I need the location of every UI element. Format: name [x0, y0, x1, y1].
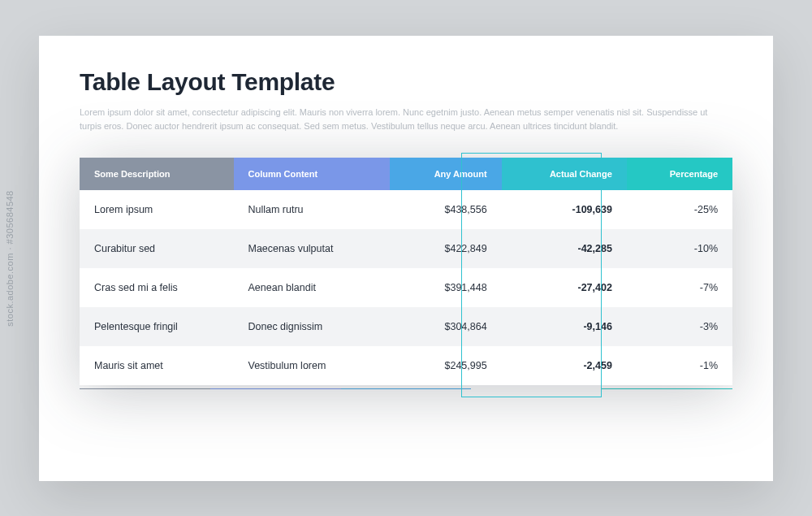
cell-content: Donec dignissim [234, 307, 390, 346]
col-header-amount: Any Amount [390, 158, 502, 190]
underline-description [80, 388, 210, 390]
cell-percentage: -7% [627, 268, 732, 307]
underline-amount [341, 388, 472, 390]
cell-amount: $304,864 [390, 307, 502, 346]
cell-amount: $245,995 [390, 346, 502, 385]
page-card: Table Layout Template Lorem ipsum dolor … [39, 36, 773, 481]
cell-description: Lorem ipsum [80, 190, 234, 229]
data-table: Some Description Column Content Any Amou… [80, 158, 732, 385]
table-row: Curabitur sed Maecenas vulputat $422,849… [80, 229, 732, 268]
table-header-row: Some Description Column Content Any Amou… [80, 158, 732, 190]
table-row: Mauris sit amet Vestibulum lorem $245,99… [80, 346, 732, 385]
cell-percentage: -10% [627, 229, 732, 268]
cell-percentage: -3% [627, 307, 732, 346]
page-subtitle: Lorem ipsum dolor sit amet, consectetur … [80, 106, 729, 133]
underline-change [471, 388, 602, 390]
cell-amount: $391,448 [390, 268, 502, 307]
col-header-description: Some Description [80, 158, 234, 190]
cell-description: Cras sed mi a felis [80, 268, 234, 307]
cell-percentage: -25% [627, 190, 732, 229]
cell-content: Vestibulum lorem [234, 346, 390, 385]
col-header-content: Column Content [234, 158, 390, 190]
cell-change: -42,285 [502, 229, 627, 268]
cell-description: Pelentesque fringil [80, 307, 234, 346]
page-title: Table Layout Template [80, 68, 732, 96]
table-row: Lorem ipsum Nullam rutru $438,556 -109,6… [80, 190, 732, 229]
cell-change: -9,146 [502, 307, 627, 346]
column-underlines [80, 388, 732, 390]
cell-content: Maecenas vulputat [234, 229, 390, 268]
cell-change: -2,459 [502, 346, 627, 385]
cell-description: Mauris sit amet [80, 346, 234, 385]
cell-content: Nullam rutru [234, 190, 390, 229]
cell-change: -109,639 [502, 190, 627, 229]
col-header-change: Actual Change [502, 158, 627, 190]
cell-percentage: -1% [627, 346, 732, 385]
cell-content: Aenean blandit [234, 268, 390, 307]
cell-amount: $438,556 [390, 190, 502, 229]
table-row: Pelentesque fringil Donec dignissim $304… [80, 307, 732, 346]
underline-content [210, 388, 341, 390]
cell-description: Curabitur sed [80, 229, 234, 268]
watermark: stock.adobe.com · #305684548 [5, 190, 15, 327]
table-wrapper: Some Description Column Content Any Amou… [80, 158, 732, 390]
underline-percentage [602, 388, 732, 390]
cell-amount: $422,849 [390, 229, 502, 268]
col-header-percentage: Percentage [627, 158, 732, 190]
table-row: Cras sed mi a felis Aenean blandit $391,… [80, 268, 732, 307]
cell-change: -27,402 [502, 268, 627, 307]
